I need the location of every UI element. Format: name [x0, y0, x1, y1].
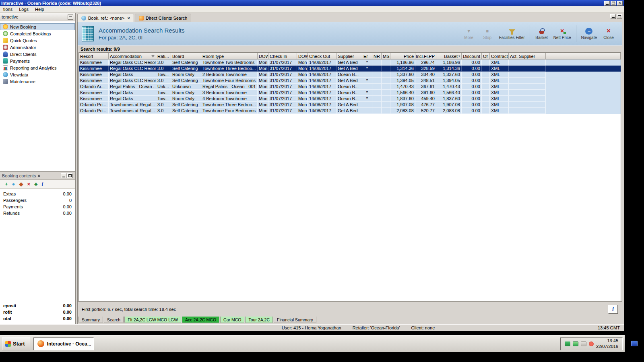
- table-row[interactable]: Orlando Ar...Regal Palms - Ocean ...Unk.…: [79, 84, 621, 90]
- column-header-ms[interactable]: MS: [382, 53, 390, 60]
- table-row[interactable]: Orlando Pri...Townhomes at Regal...3.0Se…: [79, 108, 621, 114]
- sidebar-item-direct-clients[interactable]: Direct Clients: [0, 51, 75, 58]
- column-header-label: Incl.Fl.PP: [416, 54, 435, 59]
- cell-rating: 3.0: [156, 108, 171, 114]
- bottom-tab-car-mco[interactable]: Car MCO: [220, 317, 244, 323]
- tab-book-ref-none[interactable]: Book. ref.: <none>×: [77, 14, 134, 22]
- column-header-er[interactable]: Er: [362, 53, 372, 60]
- titlebar[interactable]: Interactive - Ocean-Florida (code: WNbut…: [0, 0, 624, 6]
- removable-device-icon[interactable]: [581, 341, 586, 346]
- column-header-room-type[interactable]: Room type: [201, 53, 258, 60]
- tab-close-icon[interactable]: ×: [128, 16, 130, 21]
- column-header-accommodation[interactable]: Accommodation: [109, 53, 156, 60]
- menu-item-logs[interactable]: Logs: [16, 6, 32, 12]
- info-icon[interactable]: i: [42, 181, 43, 187]
- cell-price: 1,907.08: [390, 102, 415, 108]
- booking-totals: eposit0.00rofit0.00otal0.00: [0, 301, 75, 324]
- toolbar-close-button[interactable]: Close: [602, 28, 615, 40]
- sidebar-item-quick-quotes[interactable]: Quick Quotes: [0, 37, 75, 44]
- cell-nr: [372, 108, 382, 114]
- globe-icon[interactable]: ●: [12, 181, 15, 187]
- booking-contents-close-icon[interactable]: ×: [37, 173, 40, 178]
- toolbar-navigate-button[interactable]: Navigate: [581, 28, 597, 40]
- results-count-label: Search results: 9/9: [80, 47, 120, 51]
- table-row[interactable]: KissimmeeRegal OaksTow...Room Only2 Bedr…: [79, 72, 621, 78]
- column-header-rati[interactable]: Rati...: [156, 53, 171, 60]
- delete-icon[interactable]: ×: [27, 181, 30, 187]
- filter-funnel-icon[interactable]: [151, 55, 155, 58]
- sidebar-collapse-button[interactable]: [68, 14, 73, 20]
- sidebar-item-payments[interactable]: Payments: [0, 58, 75, 64]
- desktop-shortcut-icon[interactable]: [631, 341, 638, 346]
- total-label: eposit: [3, 303, 16, 308]
- minimize-button[interactable]: [604, 1, 610, 6]
- toolbar-button-label: Basket: [535, 35, 548, 40]
- column-header-of[interactable]: Of: [482, 53, 490, 60]
- toolbar-basket-button[interactable]: Basket: [535, 28, 549, 40]
- column-header-contract[interactable]: Contract: [490, 53, 509, 60]
- column-header-dow[interactable]: DOW: [258, 53, 268, 60]
- mdi-minimize-button[interactable]: [610, 14, 616, 19]
- sidebar-item-maintenance[interactable]: Maintenance: [0, 78, 75, 85]
- sidebar-item-completed-bookings[interactable]: Completed Bookings: [0, 30, 75, 37]
- column-header-basket[interactable]: Basket▾: [436, 53, 462, 60]
- stop-icon: [484, 28, 491, 35]
- taskbar-task-button[interactable]: Interactive - Ocea...: [33, 337, 94, 350]
- basket-icon[interactable]: ◆: [19, 181, 23, 187]
- column-header-check-out[interactable]: Check Out: [308, 53, 336, 60]
- menu-item-tions[interactable]: tions: [0, 6, 16, 12]
- bottom-tab-financial-summary[interactable]: Financial Summary: [274, 317, 316, 323]
- column-header-act-supplier[interactable]: Act. Supplier: [509, 53, 546, 60]
- panel-minimize-button[interactable]: [61, 173, 66, 178]
- column-header-dow[interactable]: DOW: [297, 53, 308, 60]
- column-header-check-in[interactable]: Check In: [268, 53, 297, 60]
- info-button[interactable]: i: [608, 305, 618, 314]
- add-icon[interactable]: +: [5, 181, 8, 187]
- toolbar-nett-price-button[interactable]: Nett Price: [553, 28, 571, 40]
- close-window-button[interactable]: ×: [617, 1, 623, 6]
- sidebar-item-new-booking[interactable]: New Booking: [0, 23, 75, 30]
- palm-icon[interactable]: ♣: [34, 181, 38, 187]
- sidebar-item-reporting-and-analytics[interactable]: Reporting and Analytics: [0, 64, 75, 71]
- network-icon[interactable]: [565, 341, 570, 346]
- bottom-tab-flt-2a-2c-lgw-mco-lgw[interactable]: Flt 2A,2C LGW MCO LGW: [124, 317, 181, 323]
- cell-basket: 1,566.40: [436, 90, 462, 96]
- bottom-tab-search[interactable]: Search: [104, 317, 124, 323]
- table-row[interactable]: KissimmeeRegal Oaks CLC Resort3.0Self Ca…: [79, 66, 621, 72]
- table-row[interactable]: KissimmeeRegal OaksTow...Room Only4 Bedr…: [79, 96, 621, 102]
- panel-float-button[interactable]: [67, 173, 73, 178]
- cell-supplier: Ocean B...: [336, 72, 362, 78]
- table-row[interactable]: Orlando Pri...Townhomes at Regal...3.0Se…: [79, 102, 621, 108]
- cell-dow_in: Mon: [258, 84, 268, 90]
- cell-check_in: 31/07/2017: [268, 72, 297, 78]
- column-header-incl-fl-pp[interactable]: Incl.Fl.PP: [415, 53, 436, 60]
- tab-direct-clients-search[interactable]: Direct Clients Search: [135, 14, 191, 22]
- column-header-nr[interactable]: NR: [372, 53, 382, 60]
- column-header-label: Resort: [80, 54, 93, 59]
- column-header-discount[interactable]: Discount: [462, 53, 482, 60]
- column-header-supplier[interactable]: Supplier: [336, 53, 362, 60]
- sidebar-item-administrator[interactable]: Administrator: [0, 44, 75, 51]
- table-row[interactable]: KissimmeeRegal Oaks CLC Resort3.0Self Ca…: [79, 78, 621, 84]
- bottom-tab-summary[interactable]: Summary: [78, 317, 103, 323]
- mdi-restore-button[interactable]: [617, 14, 622, 19]
- table-row[interactable]: KissimmeeRegal Oaks CLC Resort3.0Self Ca…: [79, 60, 621, 66]
- menu-item-help[interactable]: Help: [32, 6, 47, 12]
- booking-contents-row: Extras0.00: [0, 191, 75, 197]
- sidebar-item-viewdata[interactable]: Viewdata: [0, 71, 75, 78]
- maximize-button[interactable]: [611, 1, 616, 6]
- table-row[interactable]: KissimmeeRegal OaksTow...Room Only3 Bedr…: [79, 90, 621, 96]
- column-header-price[interactable]: Price: [390, 53, 415, 60]
- cell-er: [362, 84, 372, 90]
- toolbar-facilities-filter-button[interactable]: Facilities Filter: [499, 28, 525, 40]
- bottom-tab-tour-2a-2c[interactable]: Tour 2A,2C: [245, 317, 273, 323]
- cell-incl_fl_pp: 459.40: [415, 96, 436, 102]
- messenger-icon[interactable]: [573, 341, 578, 346]
- cell-supplier: Ocean B...: [336, 84, 362, 90]
- alert-icon[interactable]: [589, 341, 594, 346]
- bottom-tab-acc-2a-2c-mco[interactable]: Acc 2A,2C MCO: [182, 317, 219, 323]
- column-header-resort[interactable]: Resort: [79, 53, 109, 60]
- taskbar: Start Interactive - Ocea... 13:45 22/07/…: [0, 335, 625, 352]
- start-button[interactable]: Start: [2, 337, 30, 350]
- column-header-board[interactable]: Board: [171, 53, 201, 60]
